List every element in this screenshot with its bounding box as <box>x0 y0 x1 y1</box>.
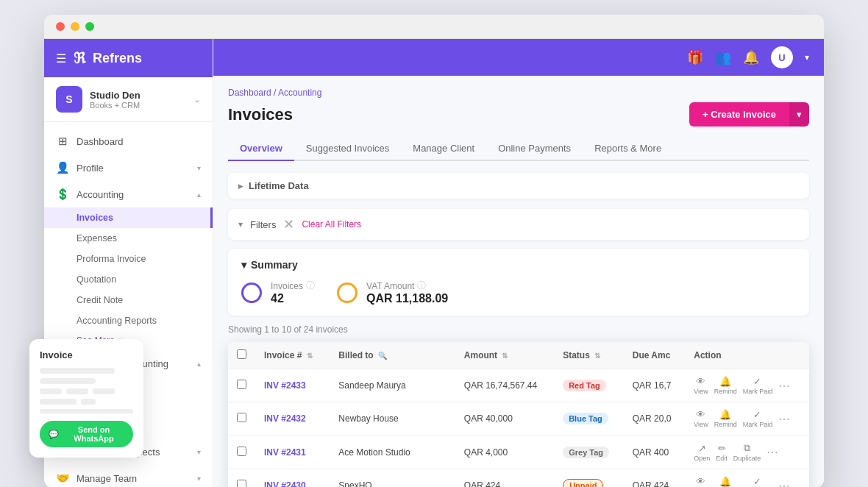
remind-button[interactable]: 🔔Remind <box>714 409 737 428</box>
sidebar-item-label: Accounting <box>77 189 190 200</box>
summary-chevron-icon: ▾ <box>241 259 246 271</box>
close-icon[interactable]: ✕ <box>283 216 294 232</box>
placeholder-row <box>40 399 133 405</box>
due-amount-cell: QAR 424 <box>624 469 686 488</box>
action-cell: ↗Open ✏Edit ⧉Duplicate ⋯ <box>685 436 809 469</box>
amount-cell: QAR 40,000 <box>455 402 554 436</box>
clear-filters-button[interactable]: Clear All Filters <box>302 219 361 230</box>
row-checkbox[interactable] <box>237 447 246 456</box>
create-invoice-button[interactable]: + Create Invoice <box>689 102 789 127</box>
create-invoice-dropdown-button[interactable]: ▾ <box>789 102 809 127</box>
row-checkbox[interactable] <box>237 413 246 422</box>
duplicate-button[interactable]: ⧉Duplicate <box>733 442 761 462</box>
vat-summary-info: VAT Amount ⓘ QAR 11,188.09 <box>366 280 448 305</box>
table-row: INV #2431 Ace Motion Studio QAR 4,000 Gr… <box>228 436 809 469</box>
status-cell: Grey Tag <box>554 436 624 469</box>
sidebar-sub-invoices[interactable]: Invoices <box>44 207 213 228</box>
placeholder-row <box>40 388 133 394</box>
action-cell: 👁View 🔔Remind ✓Mark Paid ⋯ <box>685 369 809 402</box>
accounting-icon: 💲 <box>56 188 69 201</box>
users-icon[interactable]: 👥 <box>715 49 731 65</box>
sidebar-sub-credit-note[interactable]: Credit Note <box>44 290 213 310</box>
main-content: 🎁 👥 🔔 U ▾ Dashboard / Accounting Invoice… <box>213 39 824 487</box>
hamburger-icon[interactable]: ☰ <box>56 51 66 65</box>
view-button[interactable]: 👁View <box>694 409 708 428</box>
tab-online-payments[interactable]: Online Payments <box>486 137 583 161</box>
col-amount[interactable]: Amount ⇅ <box>455 342 554 369</box>
mark-paid-button[interactable]: ✓Mark Paid <box>743 376 773 395</box>
vat-circle-icon <box>337 282 357 303</box>
vat-summary-label: VAT Amount ⓘ <box>366 280 448 292</box>
tab-reports[interactable]: Reports & More <box>583 137 673 161</box>
sort-icon: 🔍 <box>378 352 387 360</box>
chevron-down-icon: ▾ <box>197 448 201 456</box>
info-icon: ⓘ <box>417 280 426 292</box>
remind-button[interactable]: 🔔Remind <box>714 376 737 395</box>
sort-icon: ⇅ <box>502 352 508 360</box>
user-avatar[interactable]: U <box>771 46 793 68</box>
invoice-table-container: Invoice # ⇅ Billed to 🔍 Amount ⇅ Status … <box>228 342 809 487</box>
row-checkbox[interactable] <box>237 480 246 487</box>
sidebar-sub-expenses[interactable]: Expenses <box>44 228 213 249</box>
more-button[interactable]: ⋯ <box>778 379 790 393</box>
view-button[interactable]: 👁View <box>694 376 708 395</box>
create-btn-group: + Create Invoice ▾ <box>689 102 809 127</box>
tab-suggested[interactable]: Suggested Invoices <box>294 137 401 161</box>
mark-paid-button[interactable]: ✓Mark Paid <box>743 476 773 487</box>
open-button[interactable]: ↗Open <box>694 443 710 462</box>
more-button[interactable]: ⋯ <box>766 445 778 459</box>
whatsapp-button[interactable]: 💬 Send on WhatsApp <box>40 421 133 447</box>
logo-icon: ℜ <box>74 49 85 67</box>
filters-label: Filters <box>250 219 276 230</box>
vat-amount: QAR 11,188.09 <box>366 292 448 305</box>
sidebar-sub-accounting-reports[interactable]: Accounting Reports <box>44 310 213 331</box>
select-all-checkbox[interactable] <box>237 349 246 359</box>
invoices-summary-item: Invoices ⓘ 42 <box>241 280 315 305</box>
edit-button[interactable]: ✏Edit <box>716 443 728 462</box>
sidebar-item-accounting[interactable]: 💲 Accounting ▴ <box>44 181 213 207</box>
mark-paid-button[interactable]: ✓Mark Paid <box>743 409 773 428</box>
sidebar-item-profile[interactable]: 👤 Profile ▾ <box>44 154 213 181</box>
breadcrumb-parent: Dashboard <box>228 88 271 98</box>
gift-icon[interactable]: 🎁 <box>687 49 703 65</box>
billed-to-cell: Newbay House <box>330 402 455 436</box>
summary-title: ▾ Summary <box>241 259 796 271</box>
more-button[interactable]: ⋯ <box>778 412 790 426</box>
placeholder-box <box>81 399 96 405</box>
view-button[interactable]: 👁View <box>694 476 708 487</box>
row-checkbox[interactable] <box>237 380 246 389</box>
status-cell: Red Tag <box>554 369 624 402</box>
col-action: Action <box>685 342 809 369</box>
tab-manage-client[interactable]: Manage Client <box>401 137 486 161</box>
invoice-link[interactable]: INV #2433 <box>264 380 306 391</box>
more-button[interactable]: ⋯ <box>778 479 790 488</box>
info-icon: ⓘ <box>306 280 315 292</box>
tab-overview[interactable]: Overview <box>228 137 294 161</box>
breadcrumb-current: Accounting <box>278 88 321 98</box>
invoice-link[interactable]: INV #2431 <box>264 447 306 458</box>
sidebar-item-label: Profile <box>77 163 190 174</box>
sort-icon: ⇅ <box>307 352 313 360</box>
workspace-card[interactable]: S Studio Den Books + CRM ⌄ <box>44 77 213 122</box>
workspace-name: Studio Den <box>90 90 186 101</box>
invoice-link[interactable]: INV #2432 <box>264 413 306 424</box>
lifetime-label: Lifetime Data <box>249 180 309 191</box>
invoice-link[interactable]: INV #2430 <box>264 480 306 487</box>
invoice-number-cell: INV #2430 <box>255 469 330 488</box>
due-amount-cell: QAR 20,0 <box>624 402 686 436</box>
sidebar-sub-proforma[interactable]: Proforma Invoice <box>44 249 213 269</box>
due-amount-cell: QAR 16,7 <box>624 369 686 402</box>
sidebar-item-dashboard[interactable]: ⊞ Dashboard <box>44 128 213 154</box>
col-due-amount[interactable]: Due Amc <box>624 342 686 369</box>
col-status[interactable]: Status ⇅ <box>554 342 624 369</box>
sidebar-sub-quotation[interactable]: Quotation <box>44 269 213 290</box>
col-billed-to[interactable]: Billed to 🔍 <box>330 342 455 369</box>
col-invoice-number[interactable]: Invoice # ⇅ <box>255 342 330 369</box>
bell-icon[interactable]: 🔔 <box>743 49 759 65</box>
remind-button[interactable]: 🔔Remind <box>714 476 737 487</box>
chevron-up-icon: ▴ <box>197 360 201 368</box>
sidebar-item-manage-team[interactable]: 🤝 Manage Team ▾ <box>44 465 213 487</box>
status-badge: Red Tag <box>563 380 606 391</box>
placeholder-box <box>40 388 62 394</box>
vat-summary-item: VAT Amount ⓘ QAR 11,188.09 <box>337 280 448 305</box>
